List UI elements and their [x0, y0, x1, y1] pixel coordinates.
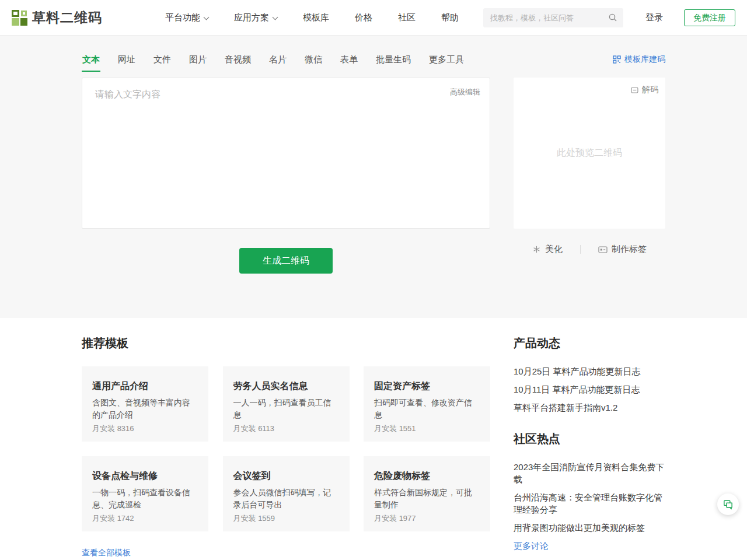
tab-url[interactable]: 网址 — [117, 54, 136, 72]
community-hot-title: 社区热点 — [514, 431, 665, 447]
template-card[interactable]: 通用产品介绍 含图文、音视频等丰富内容的产品介绍 月安装 8316 — [82, 366, 208, 442]
template-title: 设备点检与维修 — [92, 470, 198, 482]
tab-business-card[interactable]: 名片 — [268, 54, 287, 72]
tab-form[interactable]: 表单 — [340, 54, 358, 72]
template-installs: 月安装 8316 — [92, 424, 134, 434]
preview-placeholder-text: 此处预览二维码 — [514, 78, 665, 229]
header-actions: 登录 免费注册 — [483, 8, 735, 27]
template-title: 会议签到 — [233, 470, 339, 482]
chevron-down-icon — [273, 14, 278, 20]
login-link[interactable]: 登录 — [645, 12, 663, 23]
product-news-title: 产品动态 — [514, 335, 665, 351]
template-card[interactable]: 固定资产标签 扫码即可查看、修改资产信息 月安装 1551 — [364, 366, 490, 442]
community-item[interactable]: 台州沿海高速：安全管理台账数字化管理经验分享 — [514, 491, 665, 516]
qr-content-textarea[interactable] — [82, 78, 490, 228]
header-search[interactable] — [483, 8, 623, 27]
tab-more-tools[interactable]: 更多工具 — [428, 54, 465, 72]
community-item[interactable]: 用背景图功能做出更加美观的标签 — [514, 522, 665, 534]
tab-image[interactable]: 图片 — [189, 54, 207, 72]
divider — [580, 245, 581, 254]
advanced-edit-link[interactable]: 高级编辑 — [450, 87, 480, 97]
template-card[interactable]: 劳务人员实名信息 一人一码，扫码查看员工信息 月安装 6113 — [223, 366, 350, 442]
qr-code-icon — [613, 55, 621, 64]
qr-generator-section: 文本 网址 文件 图片 音视频 名片 微信 表单 批量生码 更多工具 — [0, 36, 747, 318]
template-desc: 扫码即可查看、修改资产信息 — [374, 397, 480, 421]
tab-file[interactable]: 文件 — [153, 54, 172, 72]
template-desc: 样式符合新国标规定，可批量制作 — [374, 487, 480, 511]
brand-name: 草料二维码 — [32, 9, 102, 27]
qr-logo-icon — [12, 10, 27, 26]
feedback-chat-button[interactable] — [717, 494, 739, 515]
generate-qr-button[interactable]: 生成二维码 — [239, 248, 333, 274]
text-input-panel: 高级编辑 — [82, 78, 490, 229]
template-desc: 参会人员微信扫码填写，记录后台可导出 — [233, 487, 339, 511]
template-card[interactable]: 危险废物标签 样式符合新国标规定，可批量制作 月安装 1977 — [364, 456, 490, 531]
qr-preview-panel: 解码 此处预览二维码 — [514, 78, 665, 229]
chat-bubbles-icon — [722, 499, 734, 510]
preview-tools: 美化 制作标签 — [514, 244, 665, 255]
nav-help[interactable]: 帮助 — [441, 12, 459, 23]
template-cards: 通用产品介绍 含图文、音视频等丰富内容的产品介绍 月安装 8316 劳务人员实名… — [82, 366, 490, 531]
template-installs: 月安装 1551 — [374, 424, 416, 434]
tab-wechat[interactable]: 微信 — [304, 54, 323, 72]
news-item[interactable]: 草料平台搭建新手指南v1.2 — [514, 401, 665, 414]
nav-pricing[interactable]: 价格 — [355, 12, 372, 23]
news-item[interactable]: 10月25日 草料产品功能更新日志 — [514, 365, 665, 377]
search-icon[interactable] — [608, 13, 617, 22]
template-card[interactable]: 设备点检与维修 一物一码，扫码查看设备信息、完成巡检 月安装 1742 — [82, 456, 208, 531]
template-desc: 一人一码，扫码查看员工信息 — [233, 397, 339, 421]
template-desc: 一物一码，扫码查看设备信息、完成巡检 — [92, 487, 198, 511]
template-title: 通用产品介绍 — [92, 380, 198, 393]
news-item[interactable]: 10月11日 草料产品功能更新日志 — [514, 383, 665, 396]
template-installs: 月安装 1742 — [92, 513, 134, 524]
template-desc: 含图文、音视频等丰富内容的产品介绍 — [92, 397, 198, 421]
community-item[interactable]: 2023年全国消防宣传月资料合集免费下载 — [514, 461, 665, 485]
tab-text[interactable]: 文本 — [82, 54, 100, 72]
template-title: 危险废物标签 — [374, 470, 480, 482]
brand-logo[interactable]: 草料二维码 — [12, 9, 102, 27]
product-news-list: 10月25日 草料产品功能更新日志 10月11日 草料产品功能更新日志 草料平台… — [514, 365, 665, 414]
template-title: 劳务人员实名信息 — [233, 380, 339, 393]
chevron-down-icon — [204, 14, 210, 20]
tab-audio-video[interactable]: 音视频 — [224, 54, 252, 72]
tab-batch-generate[interactable]: 批量生码 — [375, 54, 411, 72]
nav-template-library[interactable]: 模板库 — [303, 12, 329, 23]
beautify-button[interactable]: 美化 — [532, 244, 563, 255]
community-hot-list: 2023年全国消防宣传月资料合集免费下载 台州沿海高速：安全管理台账数字化管理经… — [514, 461, 665, 534]
more-discussions-link[interactable]: 更多讨论 — [514, 541, 549, 552]
register-button[interactable]: 免费注册 — [684, 9, 735, 26]
bottom-section: 推荐模板 通用产品介绍 含图文、音视频等丰富内容的产品介绍 月安装 8316 劳… — [0, 318, 747, 560]
label-icon — [598, 246, 608, 254]
nav-community[interactable]: 社区 — [398, 12, 416, 23]
search-input[interactable] — [490, 13, 608, 22]
preview-column: 解码 此处预览二维码 美化 — [514, 78, 665, 274]
news-column: 产品动态 10月25日 草料产品功能更新日志 10月11日 草料产品功能更新日志… — [514, 335, 665, 558]
template-title: 固定资产标签 — [374, 380, 480, 393]
template-library-build-link[interactable]: 模板库建码 — [613, 54, 665, 65]
recommended-title: 推荐模板 — [82, 335, 490, 351]
template-installs: 月安装 1977 — [374, 513, 416, 524]
nav-solutions[interactable]: 应用方案 — [234, 12, 277, 23]
recommended-templates: 推荐模板 通用产品介绍 含图文、音视频等丰富内容的产品介绍 月安装 8316 劳… — [82, 335, 490, 558]
sparkle-icon — [532, 245, 541, 254]
main-nav: 平台功能 应用方案 模板库 价格 社区 帮助 — [165, 12, 459, 23]
make-label-button[interactable]: 制作标签 — [598, 244, 647, 255]
template-installs: 月安装 6113 — [233, 424, 275, 434]
view-all-templates-link[interactable]: 查看全部模板 — [82, 548, 131, 558]
generator-tab-bar: 文本 网址 文件 图片 音视频 名片 微信 表单 批量生码 更多工具 — [82, 54, 665, 72]
template-installs: 月安装 1559 — [233, 513, 275, 524]
nav-platform-features[interactable]: 平台功能 — [165, 12, 208, 23]
template-card[interactable]: 会议签到 参会人员微信扫码填写，记录后台可导出 月安装 1559 — [223, 456, 350, 531]
top-navbar: 草料二维码 平台功能 应用方案 模板库 价格 社区 帮助 登录 免费注册 — [0, 0, 747, 36]
input-column: 高级编辑 生成二维码 — [82, 78, 490, 274]
